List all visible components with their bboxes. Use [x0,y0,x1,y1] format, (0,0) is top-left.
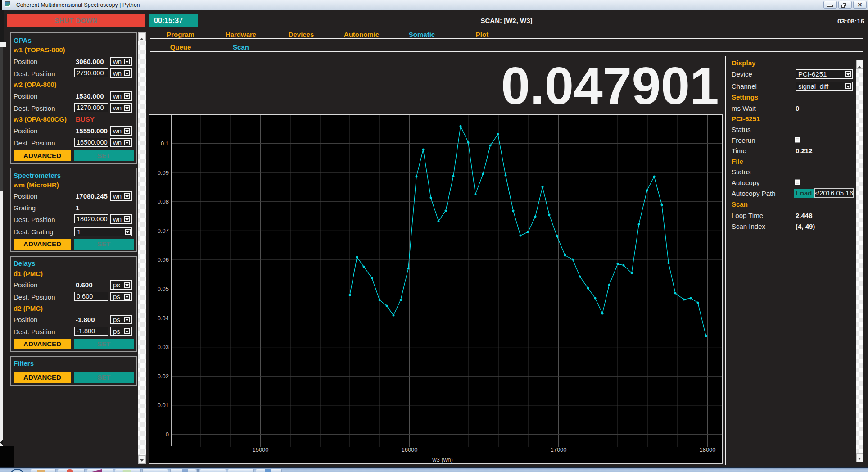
svg-text:0.02: 0.02 [158,373,169,380]
svg-text:0.08: 0.08 [158,198,169,205]
svg-text:0.04: 0.04 [158,315,169,322]
svg-text:0: 0 [166,431,169,438]
svg-text:w3 (wn): w3 (wn) [432,456,453,463]
svg-text:16000: 16000 [401,446,417,453]
svg-text:0.06: 0.06 [158,256,169,263]
svg-text:0.03: 0.03 [158,344,169,350]
svg-text:17000: 17000 [550,446,566,453]
svg-text:18000: 18000 [699,446,715,453]
svg-text:0.01: 0.01 [158,402,169,408]
svg-text:0.05: 0.05 [158,286,169,292]
svg-text:15000: 15000 [252,446,268,453]
svg-text:0.1: 0.1 [161,140,169,147]
svg-text:0.09: 0.09 [158,169,169,176]
svg-text:0.07: 0.07 [158,227,169,234]
